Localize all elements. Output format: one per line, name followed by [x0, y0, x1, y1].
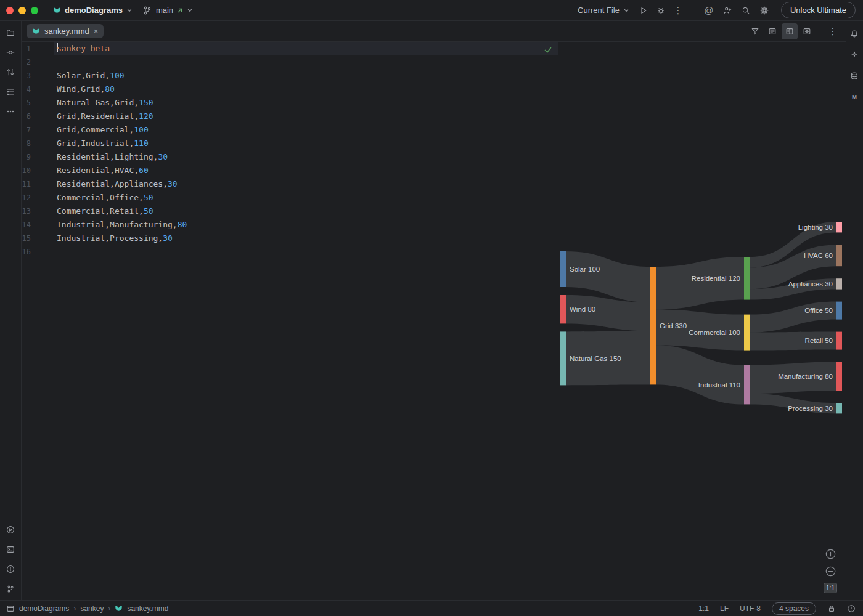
project-tool-button[interactable]: [2, 25, 18, 41]
ai-assistant-tool-button[interactable]: [846, 47, 862, 63]
code-line[interactable]: Grid,Commercial,100: [54, 123, 558, 137]
code-line[interactable]: Natural Gas,Grid,150: [54, 96, 558, 110]
code-line[interactable]: Grid,Industrial,110: [54, 137, 558, 150]
search-everywhere-button[interactable]: [738, 2, 754, 18]
chevron-down-icon: [187, 7, 193, 14]
bug-icon: [656, 6, 665, 15]
editor-code[interactable]: sankey-betaSolar,Grid,100Wind,Grid,80Nat…: [54, 42, 558, 601]
caret-position-widget[interactable]: 1:1: [698, 604, 709, 613]
code-with-me-button[interactable]: [719, 2, 735, 18]
run-tool-button[interactable]: [2, 522, 18, 538]
search-icon: [742, 6, 750, 15]
indent-widget[interactable]: 4 spaces: [772, 602, 816, 615]
code-line[interactable]: [54, 55, 558, 69]
mermaid-file-icon: [32, 27, 40, 35]
mermaid-tool-button[interactable]: M: [846, 89, 862, 105]
zoom-out-button[interactable]: [825, 565, 836, 577]
sankey-node[interactable]: [836, 403, 842, 413]
code-line[interactable]: Grid,Residential,120: [54, 110, 558, 123]
code-line[interactable]: [54, 245, 558, 259]
code-token: Industrial,Manufacturing,: [57, 220, 178, 229]
sankey-node[interactable]: [560, 251, 566, 287]
breadcrumb: demoDiagrams › sankey › sankey.mmd: [6, 604, 169, 613]
code-line[interactable]: Residential,Appliances,30: [54, 177, 558, 191]
sparkle-icon: [850, 50, 859, 60]
line-number: 1: [22, 42, 54, 55]
notifications-button[interactable]: [846, 26, 862, 42]
code-line[interactable]: Wind,Grid,80: [54, 83, 558, 96]
unlock-ultimate-button[interactable]: Unlock Ultimate: [781, 2, 856, 18]
tab-sankey-mmd[interactable]: sankey.mmd ×: [27, 24, 104, 38]
database-tool-button[interactable]: [846, 68, 862, 84]
line-separator-widget[interactable]: LF: [720, 604, 729, 613]
sankey-node[interactable]: [744, 315, 750, 351]
breadcrumb-folder[interactable]: sankey: [80, 604, 104, 613]
minimize-window-button[interactable]: [18, 7, 26, 14]
user-add-icon: [723, 6, 732, 15]
code-token: 80: [178, 220, 187, 229]
sankey-node[interactable]: [836, 278, 842, 289]
project-widget[interactable]: demoDiagrams: [48, 3, 137, 17]
sankey-node[interactable]: [560, 295, 566, 323]
mermaid-preview-panel[interactable]: Solar 100Wind 80Natural Gas 150Grid 330R…: [558, 42, 846, 601]
notifications-status-icon[interactable]: [847, 604, 856, 613]
layout-editor-only-button[interactable]: [764, 23, 780, 39]
project-name: demoDiagrams: [65, 6, 123, 15]
breadcrumb-project[interactable]: demoDiagrams: [19, 604, 69, 613]
close-tab-icon[interactable]: ×: [94, 27, 99, 35]
settings-button[interactable]: [756, 2, 772, 18]
code-token: Grid,Commercial,: [57, 125, 134, 134]
sankey-node[interactable]: [560, 331, 566, 385]
line-number: 4: [22, 83, 54, 96]
editor-more-options-button[interactable]: ⋮: [825, 23, 841, 39]
branch-widget[interactable]: main: [137, 3, 198, 18]
structure-tool-button[interactable]: [2, 84, 18, 100]
terminal-tool-button[interactable]: [2, 541, 18, 557]
code-line[interactable]: Solar,Grid,100: [54, 69, 558, 83]
sankey-node[interactable]: [744, 365, 750, 405]
mentions-button[interactable]: @: [701, 2, 717, 18]
run-config-selector[interactable]: Current File: [573, 3, 634, 17]
commit-tool-button[interactable]: [2, 44, 18, 60]
lock-icon[interactable]: [827, 604, 836, 613]
zoom-in-button[interactable]: [825, 548, 836, 559]
code-line[interactable]: Residential,Lighting,30: [54, 150, 558, 164]
line-number: 5: [22, 96, 54, 110]
code-token: Wind,Grid,: [57, 84, 105, 94]
debug-button[interactable]: [653, 2, 669, 18]
code-line[interactable]: sankey-beta: [54, 42, 558, 55]
encoding-widget[interactable]: UTF-8: [740, 604, 761, 613]
sankey-node[interactable]: [836, 245, 842, 266]
sankey-node-label: Commercial 100: [689, 329, 740, 336]
more-tool-windows-button[interactable]: [2, 103, 18, 120]
version-control-tool-button[interactable]: [2, 581, 18, 597]
play-icon: [639, 6, 648, 15]
maximize-window-button[interactable]: [31, 7, 38, 14]
sankey-node[interactable]: [650, 267, 656, 384]
pull-requests-tool-button[interactable]: [2, 64, 18, 80]
code-line[interactable]: Commercial,Office,50: [54, 191, 558, 205]
run-button[interactable]: [636, 2, 652, 18]
sankey-node[interactable]: [744, 257, 750, 300]
more-run-options-button[interactable]: ⋮: [670, 2, 686, 18]
sankey-node[interactable]: [836, 302, 842, 320]
inspections-widget[interactable]: [544, 46, 552, 56]
layout-preview-only-button[interactable]: [799, 23, 815, 39]
zoom-reset-button[interactable]: 1:1: [824, 583, 837, 593]
filter-button[interactable]: [747, 23, 763, 39]
code-line[interactable]: Industrial,Manufacturing,80: [54, 218, 558, 232]
close-window-button[interactable]: [6, 7, 14, 14]
sankey-node[interactable]: [836, 332, 842, 350]
code-token: 100: [110, 71, 124, 80]
code-line[interactable]: Commercial,Retail,50: [54, 205, 558, 218]
sankey-node[interactable]: [836, 222, 842, 232]
breadcrumb-file[interactable]: sankey.mmd: [127, 604, 168, 613]
code-editor[interactable]: 12345678910111213141516 sankey-betaSolar…: [22, 42, 558, 601]
problems-tool-button[interactable]: [2, 561, 18, 577]
code-line[interactable]: Residential,HVAC,60: [54, 164, 558, 177]
pull-requests-icon: [6, 67, 15, 77]
code-line[interactable]: Industrial,Processing,30: [54, 232, 558, 245]
sankey-node[interactable]: [836, 362, 842, 391]
more-horizontal-icon: [6, 107, 15, 116]
layout-split-button[interactable]: [782, 23, 798, 39]
